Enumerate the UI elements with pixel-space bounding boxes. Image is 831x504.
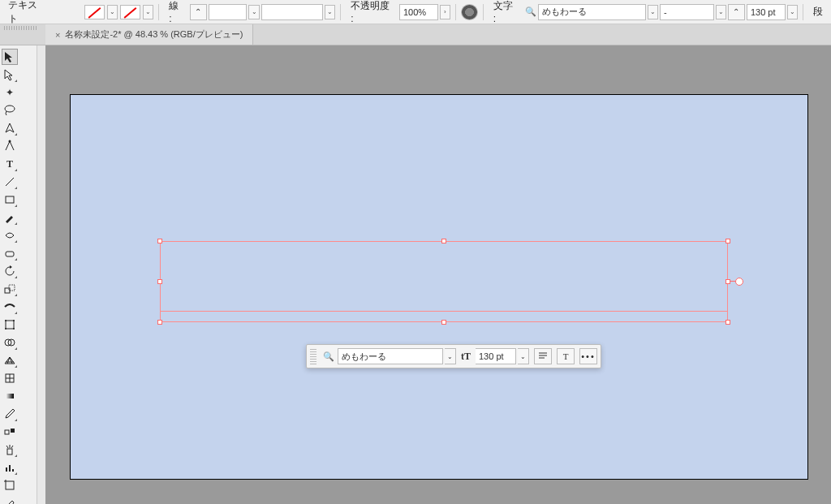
tool-context-label: テキスト <box>3 0 50 26</box>
magic-wand-tool[interactable]: ✦ <box>2 84 18 101</box>
canvas-area[interactable]: 🔍 めもわーる ⌄ tT 130 pt ⌄ T ••• <box>45 45 831 504</box>
rectangle-tool[interactable] <box>2 192 18 208</box>
float-font-size-value: 130 pt <box>479 351 504 361</box>
svg-rect-3 <box>6 196 14 203</box>
toolbar-grip[interactable] <box>310 348 316 364</box>
document-tab[interactable]: × 名称未設定-2* @ 48.43 % (RGB/プレビュー) <box>45 24 253 45</box>
font-size-value: 130 pt <box>751 7 776 17</box>
eraser-tool[interactable] <box>2 245 18 261</box>
font-style-field[interactable]: - <box>660 4 714 20</box>
more-options-icon[interactable]: ••• <box>579 348 597 364</box>
more-glyph: ••• <box>581 351 596 361</box>
artboard-tool[interactable] <box>2 477 18 493</box>
scale-tool[interactable] <box>2 281 18 297</box>
free-transform-tool[interactable] <box>2 317 18 333</box>
opacity-label: 不透明度 : <box>346 0 398 24</box>
rotate-tool[interactable] <box>2 263 18 279</box>
svg-rect-7 <box>6 321 14 329</box>
font-family-field[interactable]: めもわーる <box>538 4 646 20</box>
blend-tool[interactable] <box>2 424 18 440</box>
font-style-value: - <box>664 7 667 17</box>
svg-point-1 <box>9 140 11 143</box>
selection-tool[interactable] <box>2 49 18 65</box>
opacity-value: 100% <box>403 7 426 17</box>
stroke-label: 線 : <box>164 0 188 24</box>
stroke-weight-stepper[interactable]: ⌃ <box>190 4 207 20</box>
perspective-grid-tool[interactable] <box>2 352 18 368</box>
svg-rect-20 <box>7 449 12 454</box>
direct-selection-tool[interactable] <box>2 67 18 83</box>
close-tab-icon[interactable]: × <box>55 30 60 40</box>
opacity-field[interactable]: 100% <box>399 4 438 20</box>
float-font-family-field[interactable]: めもわーる <box>338 348 443 364</box>
document-tabs: × 名称未設定-2* @ 48.43 % (RGB/プレビュー) <box>0 24 831 45</box>
handle-bottom-left[interactable] <box>157 320 162 325</box>
contextual-text-toolbar[interactable]: 🔍 めもわーる ⌄ tT 130 pt ⌄ T ••• <box>306 344 601 368</box>
text-frame-selection[interactable] <box>160 241 728 322</box>
svg-point-11 <box>13 328 15 330</box>
character-label: 文字 : <box>489 0 522 24</box>
font-style-dropdown[interactable]: ⌄ <box>716 5 726 19</box>
paragraph-align-icon[interactable] <box>534 348 552 364</box>
lasso-tool[interactable] <box>2 102 18 118</box>
shaper-tool[interactable] <box>2 227 18 243</box>
pen-tool[interactable] <box>2 120 18 136</box>
column-graph-tool[interactable] <box>2 459 18 476</box>
text-baseline-guide <box>161 311 727 312</box>
font-size-icon: tT <box>458 351 474 363</box>
shape-builder-tool[interactable] <box>2 334 18 351</box>
stroke-dropdown[interactable]: ⌄ <box>143 5 153 19</box>
mesh-tool[interactable] <box>2 370 18 386</box>
area-type-options-icon[interactable]: T <box>557 348 575 364</box>
thread-out-port[interactable] <box>735 278 743 286</box>
handle-top-right[interactable] <box>726 239 730 243</box>
line-tool[interactable] <box>2 174 18 190</box>
float-font-family-dropdown[interactable]: ⌄ <box>445 348 456 364</box>
search-icon: 🔍 <box>523 6 536 17</box>
symbol-sprayer-tool[interactable] <box>2 442 18 458</box>
options-bar: テキスト ⌄ ⌄ 線 : ⌃ ⌄ ⌄ 不透明度 : 100% › 文字 : 🔍 … <box>0 0 831 24</box>
handle-mid-right[interactable] <box>726 279 730 284</box>
handle-mid-left[interactable] <box>157 279 162 284</box>
stroke-swatch[interactable] <box>120 5 140 19</box>
font-family-dropdown[interactable]: ⌄ <box>648 5 658 19</box>
svg-rect-23 <box>12 469 14 472</box>
svg-rect-19 <box>11 429 15 433</box>
dock-grip[interactable] <box>4 26 38 30</box>
svg-rect-4 <box>6 252 14 256</box>
fill-dropdown[interactable]: ⌄ <box>107 5 118 19</box>
svg-point-8 <box>5 320 6 321</box>
float-font-size-dropdown[interactable]: ⌄ <box>518 348 529 364</box>
svg-point-0 <box>5 106 15 112</box>
svg-line-2 <box>6 178 14 186</box>
handle-top-mid[interactable] <box>441 239 446 243</box>
svg-point-10 <box>5 328 6 330</box>
opacity-dropdown[interactable]: › <box>440 5 450 19</box>
font-size-stepper[interactable]: ⌃ <box>728 4 745 20</box>
curvature-tool[interactable] <box>2 138 18 154</box>
svg-rect-21 <box>6 467 7 472</box>
artboard[interactable]: 🔍 めもわーる ⌄ tT 130 pt ⌄ T ••• <box>70 94 808 480</box>
font-size-dropdown[interactable]: ⌄ <box>787 5 798 19</box>
handle-top-left[interactable] <box>157 239 162 243</box>
slice-tool[interactable] <box>2 495 18 504</box>
stroke-profile-field[interactable] <box>261 4 323 20</box>
svg-point-9 <box>13 320 15 321</box>
recolor-icon[interactable] <box>461 4 478 20</box>
font-size-field[interactable]: 130 pt <box>747 4 786 20</box>
eyedropper-tool[interactable] <box>2 406 18 422</box>
handle-bottom-mid[interactable] <box>441 320 446 325</box>
float-font-size-field[interactable]: 130 pt <box>476 348 516 364</box>
font-family-value: めもわーる <box>542 6 587 18</box>
svg-rect-22 <box>9 465 11 472</box>
type-tool[interactable]: T <box>2 156 18 172</box>
paintbrush-tool[interactable] <box>2 209 18 226</box>
paragraph-label: 段 <box>808 5 828 19</box>
width-tool[interactable] <box>2 299 18 315</box>
stroke-profile-dropdown[interactable]: ⌄ <box>325 5 335 19</box>
gradient-tool[interactable] <box>2 388 18 404</box>
stroke-weight-field[interactable] <box>209 4 248 20</box>
fill-swatch[interactable] <box>84 5 105 19</box>
handle-bottom-right[interactable] <box>726 320 730 325</box>
stroke-weight-dropdown[interactable]: ⌄ <box>248 5 259 19</box>
